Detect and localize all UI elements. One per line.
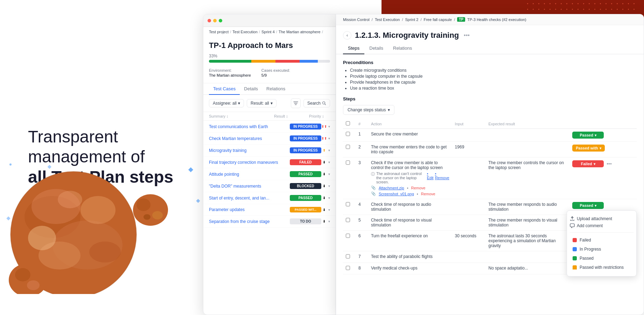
case-name-4[interactable]: Attitude pointing — [209, 172, 290, 177]
case-row[interactable]: Final trajectory correction maneuvers FA… — [203, 156, 336, 168]
bc-sprint2[interactable]: Sprint 2 — [405, 18, 418, 22]
attachment-link[interactable]: Attachment.zip — [379, 186, 404, 190]
add-comment-link[interactable]: Add comment — [570, 223, 634, 228]
col-header-input: Input — [452, 119, 486, 129]
test-header: TP-1 Approach to Mars 33% Environment: T… — [203, 37, 336, 83]
remove-attachment[interactable]: Remove — [411, 186, 426, 190]
step-more-btn-2[interactable]: ••• — [605, 160, 613, 167]
result-filter[interactable]: Result: all ▾ — [247, 99, 276, 107]
dropdown-passed[interactable]: Passed — [570, 254, 634, 263]
bc-martian[interactable]: The Martian atmosphere — [279, 30, 321, 34]
status-badge-0: IN PROGRESS — [290, 124, 321, 130]
case-name-6[interactable]: Start of entry, descent, and lan... — [209, 196, 290, 201]
step-checkbox-input-2[interactable] — [346, 160, 350, 165]
detail-nav: ‹ 1.2.1.3. Microgravity training ••• — [343, 31, 637, 40]
expand-icon-7[interactable]: ▾ — [328, 208, 330, 212]
back-button[interactable]: ‹ — [343, 31, 351, 40]
tab-test-cases[interactable]: Test Cases — [209, 83, 240, 95]
expand-icon-3[interactable]: ▾ — [328, 160, 330, 164]
step-checkbox-input-6[interactable] — [346, 254, 350, 259]
expand-icon-2[interactable]: ▾ — [328, 148, 330, 152]
case-row[interactable]: Separation from the cruise stage TO DO ⬇… — [203, 216, 336, 227]
case-row[interactable]: Parameter updates PASSED WIT... ⬇ ▾ — [203, 204, 336, 216]
case-name-0[interactable]: Test communications with Earth — [209, 124, 290, 129]
case-row[interactable]: "Delta DOR" measurements BLOCKED ⬇ ▾ — [203, 180, 336, 192]
case-name-5[interactable]: "Delta DOR" measurements — [209, 184, 290, 189]
svg-point-17 — [31, 189, 80, 224]
svg-point-15 — [89, 241, 121, 262]
attachment-row: 📎 Attachment.zip • Remove — [371, 186, 449, 190]
case-row[interactable]: Check Martian temperatures IN PROGRESS ⬆… — [203, 133, 336, 145]
change-status-btn[interactable]: Change steps status ▾ — [343, 105, 394, 115]
select-all-checkbox[interactable] — [346, 121, 350, 126]
dropdown-failed[interactable]: Failed — [570, 236, 634, 245]
bc-freefall[interactable]: Free fall capsule — [424, 18, 452, 22]
remove-attachment[interactable]: Remove — [421, 192, 435, 196]
case-name-3[interactable]: Final trajectory correction maneuvers — [209, 160, 290, 165]
expand-icon-4[interactable]: ▾ — [328, 172, 330, 176]
case-row[interactable]: Microgravity training IN PROGRESS ⬆ ▾ — [203, 145, 336, 156]
dropdown-passed-restrictions[interactable]: Passed with restrictions — [570, 263, 634, 272]
env-meta: Environment: The Martian atmosphere — [209, 68, 251, 77]
bc-test-exec[interactable]: Test Execution — [375, 18, 400, 22]
case-name-2[interactable]: Microgravity training — [209, 148, 290, 153]
detail-tab-relations[interactable]: Relations — [388, 43, 417, 54]
bc-test-execution[interactable]: Test Execution — [232, 30, 258, 34]
step-checkbox-1 — [343, 142, 356, 158]
bc-sprint4[interactable]: Sprint 4 — [261, 30, 275, 34]
detail-tab-steps[interactable]: Steps — [343, 43, 364, 54]
case-row[interactable]: Attitude pointing PASSED ⬇ ▾ — [203, 168, 336, 180]
svg-point-22 — [323, 102, 325, 104]
expand-icon-1[interactable]: ▾ — [328, 136, 330, 140]
step-action-6: Test the ability of parabolic flights — [368, 251, 452, 263]
step-checkbox-input-7[interactable] — [346, 266, 350, 270]
case-row[interactable]: Start of entry, descent, and lan... PASS… — [203, 192, 336, 204]
upload-attachment-link[interactable]: Upload attachment — [570, 216, 634, 221]
left-test-panel: Test project / Test Execution / Sprint 4… — [203, 14, 336, 315]
bc-tp3[interactable]: TP-3 Health checks (#2 execution) — [467, 18, 526, 22]
expand-icon-8[interactable]: ▾ — [328, 219, 330, 223]
step-action-3: Check time of response to audio stimulat… — [368, 199, 452, 215]
case-name-8[interactable]: Separation from the cruise stage — [209, 219, 290, 224]
case-name-7[interactable]: Parameter updates — [209, 207, 290, 212]
chrome-close[interactable] — [208, 19, 211, 22]
precondition-item: Use a reaction time box — [350, 86, 637, 91]
assignee-filter[interactable]: Assignee: all ▾ — [209, 99, 244, 107]
filter-icon-btn[interactable] — [291, 98, 301, 108]
expand-icon-0[interactable]: ▾ — [328, 125, 330, 128]
case-name-1[interactable]: Check Martian temperatures — [209, 136, 290, 141]
step-checkbox-input-5[interactable] — [346, 233, 350, 238]
chrome-maximize[interactable] — [219, 19, 222, 22]
dropdown-in-progress[interactable]: In Progress — [570, 245, 634, 254]
more-options-btn[interactable]: ••• — [462, 31, 471, 39]
step-status-btn-0[interactable]: Passed ▾ — [572, 132, 604, 139]
note-link-remove[interactable]: • Remove — [435, 172, 449, 180]
case-row[interactable]: Test communications with Earth IN PROGRE… — [203, 121, 336, 133]
step-status-btn-2[interactable]: Failed ▾ — [572, 160, 604, 167]
bc-mission-control[interactable]: Mission Control — [343, 18, 370, 22]
step-checkbox-input-4[interactable] — [346, 218, 350, 222]
expand-icon-6[interactable]: ▾ — [328, 196, 330, 200]
bc-test-project[interactable]: Test project — [209, 30, 229, 34]
step-action-2: Check if the crew member is able to cont… — [368, 158, 452, 199]
search-btn[interactable]: Search — [303, 99, 330, 107]
step-checkbox-input-1[interactable] — [346, 145, 350, 149]
status-dropdown-popup[interactable]: Upload attachment Add comment Failed In … — [567, 210, 637, 276]
step-status-btn-3[interactable]: Passed ▾ — [572, 202, 604, 209]
filters-row: Assignee: all ▾ Result: all ▾ Search — [203, 95, 336, 112]
col-header-hash: # — [356, 119, 368, 129]
detail-tab-details[interactable]: Details — [364, 43, 388, 54]
step-result-2: Failed ▾ ••• — [569, 158, 637, 199]
step-status-btn-1[interactable]: Passed with ▾ — [572, 145, 605, 152]
case-list: Test communications with Earth IN PROGRE… — [203, 121, 336, 227]
tab-details[interactable]: Details — [240, 83, 262, 95]
tab-relations[interactable]: Relations — [262, 83, 289, 95]
chrome-minimize[interactable] — [213, 19, 217, 22]
expand-icon-5[interactable]: ▾ — [328, 184, 330, 188]
detail-breadcrumb: Mission Control / Test Execution / Sprin… — [336, 14, 644, 25]
step-input-4 — [452, 215, 486, 231]
note-link-edit[interactable]: • Edit — [427, 172, 434, 180]
step-checkbox-input-0[interactable] — [346, 132, 350, 136]
attachment-link[interactable]: Screenshot_v01.png — [379, 192, 414, 196]
step-checkbox-input-3[interactable] — [346, 202, 350, 206]
